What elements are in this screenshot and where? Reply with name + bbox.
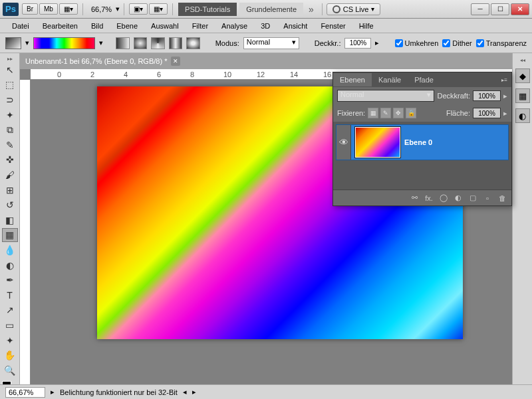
reverse-check[interactable]: Umkehren: [395, 39, 439, 47]
extras-btn[interactable]: ▦▾: [149, 3, 168, 15]
tool-preset[interactable]: [5, 37, 21, 49]
gradient-preview[interactable]: [33, 37, 95, 49]
ruler-vertical[interactable]: [20, 80, 31, 399]
opacity-drop[interactable]: ▸: [375, 39, 379, 47]
tool-preset-drop[interactable]: ▾: [25, 39, 29, 47]
menu-ebene[interactable]: Ebene: [110, 20, 144, 32]
new-layer-icon[interactable]: ▫: [482, 193, 493, 203]
toolbox: ▸▸ ↖ ⬚ ⊃ ✦ ⧉ ✎ ✜ 🖌 ⊞ ↺ ◧ ▦ 💧 ◐ ✒ T ↗ ▭ ✦…: [0, 53, 20, 399]
tab-kanaele[interactable]: Kanäle: [372, 73, 408, 86]
status-zoom[interactable]: 66,67%: [5, 387, 45, 398]
dock-swatches-icon[interactable]: ▦: [515, 88, 530, 103]
type-tool[interactable]: T: [2, 288, 18, 303]
minibridge-btn[interactable]: Mb: [39, 3, 58, 15]
gradient-tool[interactable]: ▦: [2, 228, 18, 243]
document-tab[interactable]: Unbenannt-1 bei 66,7% (Ebene 0, RGB/8) *…: [20, 53, 512, 69]
hand-tool[interactable]: ✋: [2, 348, 18, 362]
menu-bearbeiten[interactable]: Bearbeiten: [36, 20, 84, 32]
path-tool[interactable]: ↗: [2, 303, 18, 318]
eraser-tool[interactable]: ◧: [2, 213, 18, 227]
layer-visibility-icon[interactable]: 👁: [336, 125, 351, 160]
minimize-btn[interactable]: ─: [471, 3, 489, 15]
gradient-drop[interactable]: ▾: [99, 39, 103, 47]
layer-fill-input[interactable]: [473, 108, 501, 118]
dodge-tool[interactable]: ◐: [2, 258, 18, 273]
eyedropper-tool[interactable]: ✎: [2, 138, 18, 152]
menu-fenster[interactable]: Fenster: [314, 20, 352, 32]
layer-opacity-input[interactable]: [473, 90, 501, 101]
status-doc-info[interactable]: ▸: [51, 388, 55, 396]
bridge-btn[interactable]: Br: [22, 3, 38, 15]
move-tool[interactable]: ↖: [2, 63, 18, 77]
zoom-tool[interactable]: 🔍: [2, 363, 18, 378]
pen-tool[interactable]: ✒: [2, 273, 18, 287]
gradient-diamond[interactable]: [186, 37, 200, 49]
gradient-linear[interactable]: [116, 37, 129, 49]
layer-opacity-drop[interactable]: ▸: [503, 92, 507, 100]
menu-hilfe[interactable]: Hilfe: [352, 20, 380, 32]
adjustment-icon[interactable]: ◐: [453, 193, 464, 203]
screen-mode-btn[interactable]: ▣▾: [129, 3, 148, 15]
shape-tool[interactable]: ▭: [2, 318, 18, 332]
layer-thumbnail[interactable]: [355, 127, 400, 158]
heal-tool[interactable]: ✜: [2, 153, 18, 168]
stamp-tool[interactable]: ⊞: [2, 183, 18, 198]
status-info: Belichtung funktioniert nur bei 32-Bit: [60, 388, 178, 396]
lasso-tool[interactable]: ⊃: [2, 92, 18, 107]
more-workspaces-icon[interactable]: »: [309, 4, 314, 15]
marquee-tool[interactable]: ⬚: [2, 78, 18, 92]
zoom-dropdown-icon[interactable]: ▾: [116, 5, 120, 13]
lock-position[interactable]: ✥: [393, 108, 404, 118]
workspace-tab-2[interactable]: Grundelemente: [239, 3, 303, 16]
dock-color-icon[interactable]: ◆: [515, 68, 530, 83]
group-icon[interactable]: ▢: [467, 193, 478, 203]
menu-3d[interactable]: 3D: [254, 20, 277, 32]
layer-name[interactable]: Ebene 0: [404, 138, 432, 146]
delete-layer-icon[interactable]: 🗑: [497, 193, 507, 203]
zoom-display[interactable]: 66,7%: [91, 5, 112, 13]
opacity-input[interactable]: [344, 38, 371, 49]
mask-icon[interactable]: ◯: [438, 193, 449, 203]
lock-transparent[interactable]: ▦: [368, 108, 378, 118]
gradient-reflected[interactable]: [169, 37, 182, 49]
menu-analyse[interactable]: Analyse: [215, 20, 254, 32]
status-scroll-left[interactable]: ◂: [183, 388, 187, 396]
close-btn[interactable]: ✕: [511, 3, 529, 15]
lock-pixels[interactable]: ✎: [380, 108, 391, 118]
tab-ebenen[interactable]: Ebenen: [333, 73, 372, 86]
panel-menu-icon[interactable]: ▸≡: [497, 77, 511, 83]
layer-blend-select[interactable]: Normal▾: [337, 90, 434, 102]
gradient-radial[interactable]: [134, 37, 147, 49]
brush-tool[interactable]: 🖌: [2, 168, 18, 182]
crop-tool[interactable]: ⧉: [2, 122, 18, 137]
workspace-tab-1[interactable]: PSD-Tutorials: [178, 3, 237, 16]
transparency-check[interactable]: Transparenz: [476, 39, 527, 47]
link-layers-icon[interactable]: ⚯: [409, 193, 420, 203]
dock-adjust-icon[interactable]: ◐: [515, 108, 530, 123]
menu-bild[interactable]: Bild: [84, 20, 110, 32]
lock-all[interactable]: 🔒: [406, 108, 416, 118]
fx-icon[interactable]: fx.: [424, 193, 434, 203]
layer-item[interactable]: 👁 Ebene 0: [336, 124, 509, 160]
dither-check[interactable]: Dither: [442, 39, 471, 47]
cslive-btn[interactable]: CS Live ▾: [327, 3, 381, 15]
3d-tool[interactable]: ✦: [2, 333, 18, 348]
layer-fill-drop[interactable]: ▸: [503, 109, 507, 118]
maximize-btn[interactable]: ☐: [491, 3, 509, 15]
document-close[interactable]: ✕: [171, 57, 180, 66]
history-brush-tool[interactable]: ↺: [2, 198, 18, 212]
dock-collapse[interactable]: ◂◂: [520, 57, 525, 63]
toolbox-collapse[interactable]: ▸▸: [7, 56, 13, 62]
menu-datei[interactable]: Datei: [5, 20, 36, 32]
status-scroll-right[interactable]: ▸: [192, 388, 196, 396]
wand-tool[interactable]: ✦: [2, 108, 18, 122]
menu-ansicht[interactable]: Ansicht: [277, 20, 314, 32]
menu-auswahl[interactable]: Auswahl: [144, 20, 186, 32]
menu-filter[interactable]: Filter: [186, 20, 215, 32]
tab-pfade[interactable]: Pfade: [408, 73, 440, 86]
layer-opacity-label: Deckkraft:: [437, 92, 470, 100]
blur-tool[interactable]: 💧: [2, 243, 18, 257]
blend-mode-select[interactable]: Normal ▾: [243, 37, 299, 49]
gradient-angle[interactable]: [151, 37, 164, 49]
arrange-btn[interactable]: ▦▾: [59, 3, 78, 15]
